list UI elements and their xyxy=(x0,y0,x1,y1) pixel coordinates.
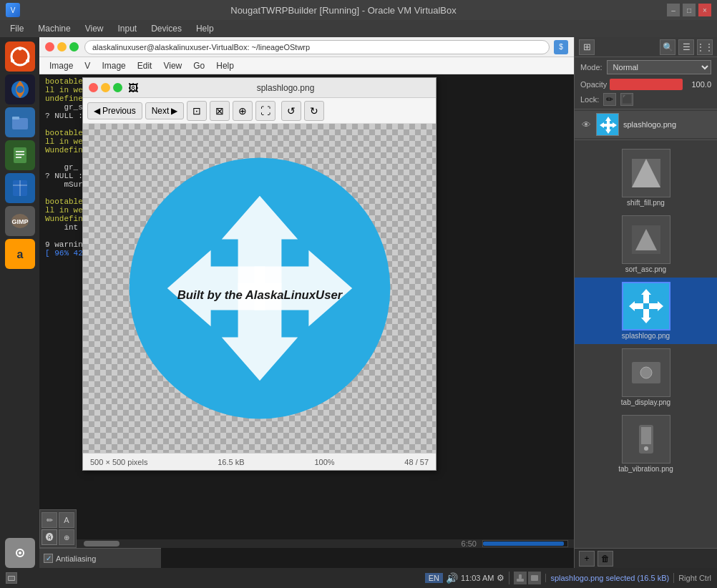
iv-close-btn[interactable] xyxy=(89,83,98,92)
rp-opacity-bar[interactable] xyxy=(610,79,683,90)
vbox-minimize-button[interactable]: – xyxy=(667,4,680,16)
iv-fullscreen-button[interactable]: ⛶ xyxy=(255,101,275,121)
guest-menu-image[interactable]: Image xyxy=(44,59,79,72)
lang-indicator[interactable]: EN xyxy=(425,573,443,583)
iv-zoom-in-button[interactable]: ⊕ xyxy=(233,101,253,121)
iv-max-btn[interactable] xyxy=(113,83,122,92)
vbox-selected-file: splashlogo.png selected (16.5 kB) xyxy=(550,574,669,582)
rp-search-btn[interactable]: 🔍 xyxy=(660,39,675,55)
vbox-menu-file[interactable]: File xyxy=(3,22,31,35)
amazon-dock-icon[interactable]: a xyxy=(5,239,35,269)
settings-icon[interactable]: ⚙ xyxy=(497,573,504,583)
lang-text: EN xyxy=(429,574,439,582)
address-text: alaskalinuxuser@alaskalinuxuser-VirtualB… xyxy=(92,43,310,52)
rp-file-tab-display[interactable]: tab_display.png xyxy=(575,344,717,411)
scroll-position: 6:50 xyxy=(456,539,482,548)
rp-lock-row: Lock: ✏ ⬛ xyxy=(575,92,717,107)
svg-rect-46 xyxy=(9,577,14,580)
rp-grid2-btn[interactable]: ⋮⋮ xyxy=(697,39,713,55)
svg-point-5 xyxy=(16,86,24,93)
vbox-network-icon[interactable] xyxy=(514,572,527,584)
vbox-menu-devices[interactable]: Devices xyxy=(144,22,189,35)
guest-min-btn[interactable] xyxy=(57,42,67,52)
vbox-menu-help[interactable]: Help xyxy=(189,22,221,35)
rp-delete-layer-btn[interactable]: 🗑 xyxy=(598,551,613,567)
iv-filesize: 16.5 kB xyxy=(218,458,244,466)
iv-next-button[interactable]: Next ▶ xyxy=(145,102,185,119)
rp-menu-btn[interactable]: ☰ xyxy=(678,39,694,55)
vbox-window-controls: – □ × xyxy=(667,4,711,16)
vbox-statusbar: EN 🔊 11:03 AM ⚙ splashlogo.png selected … xyxy=(0,568,717,588)
gimp-dock-icon[interactable]: GIMP xyxy=(5,206,35,236)
rp-add-layer-btn[interactable]: + xyxy=(579,551,595,567)
iv-rotate-left-button[interactable]: ↺ xyxy=(281,101,301,121)
iv-prev-arrow-icon: ◀ xyxy=(94,106,100,116)
iv-toolbar: ◀ Previous Next ▶ ⊡ ⊠ ⊕ ⛶ ↺ ↻ xyxy=(83,98,436,124)
settings-dock-icon[interactable] xyxy=(5,538,35,568)
h-scrollbar[interactable]: 6:50 xyxy=(77,539,574,548)
antialiasing-checkbox[interactable]: ✓ xyxy=(44,554,53,563)
rp-file-sort-asc[interactable]: sort_asc.png xyxy=(575,211,717,278)
terminal-icon: $ xyxy=(554,40,568,54)
vbox-title: NougatTWRPBuilder [Running] - Oracle VM … xyxy=(20,5,667,16)
gimp-tools-row1: ✏ A xyxy=(42,512,74,528)
guest-menu-view[interactable]: View xyxy=(157,59,187,72)
rp-file-shift-fill[interactable]: shift_fill.png xyxy=(575,144,717,211)
address-bar[interactable]: alaskalinuxuser@alaskalinuxuser-VirtualB… xyxy=(84,40,550,54)
svg-rect-43 xyxy=(641,427,651,444)
gimp-tool-pencil[interactable]: ✏ xyxy=(42,512,57,528)
guest-menu-edit[interactable]: Edit xyxy=(132,59,158,72)
rp-file-splashlogo[interactable]: splashlogo.png xyxy=(575,278,717,344)
ubuntu-logo-icon[interactable] xyxy=(5,41,35,72)
guest-menu-image2[interactable]: Image xyxy=(96,59,131,72)
svg-point-3 xyxy=(26,59,29,63)
rp-lock-pen-btn[interactable]: ✏ xyxy=(603,93,616,106)
iv-zoom-fit-button[interactable]: ⊡ xyxy=(187,101,207,121)
iv-next-label: Next xyxy=(152,106,170,116)
gimp-tool-text[interactable]: A xyxy=(59,512,74,528)
vbox-menu-view[interactable]: View xyxy=(78,22,111,35)
svg-rect-47 xyxy=(517,579,524,582)
rp-file-tab-vibration[interactable]: tab_vibration.png xyxy=(575,411,717,477)
rp-file-label-tab-display: tab_display.png xyxy=(621,398,670,406)
spreadsheet-dock-icon[interactable] xyxy=(5,173,35,203)
vbox-menu-input[interactable]: Input xyxy=(111,22,145,35)
volume-icon[interactable]: 🔊 xyxy=(446,572,458,584)
iv-min-btn[interactable] xyxy=(101,83,110,92)
guest-close-btn[interactable] xyxy=(45,42,54,52)
svg-point-41 xyxy=(640,367,652,378)
h-scroll-thumb[interactable] xyxy=(84,541,120,547)
vbox-close-button[interactable]: × xyxy=(698,4,711,16)
rp-grid-btn[interactable]: ⊞ xyxy=(579,39,595,55)
gimp-toolbox: ✏ A 🅐 ⊕ xyxy=(39,509,77,548)
guest-header-bar: alaskalinuxuser@alaskalinuxuser-VirtualB… xyxy=(39,37,574,57)
rp-lock-alpha-btn[interactable]: ⬛ xyxy=(620,93,633,106)
rp-layer-row[interactable]: 👁 splashlogo.png xyxy=(575,111,717,138)
guest-menu-help[interactable]: Help xyxy=(210,59,240,72)
vbox-icon: V xyxy=(6,3,20,17)
guest-menubar: Image V Image Edit View Go Help xyxy=(39,57,574,74)
vbox-maximize-button[interactable]: □ xyxy=(683,4,696,16)
guest-max-btn[interactable] xyxy=(69,42,79,52)
vbox-menubar: File Machine View Input Devices Help xyxy=(0,20,717,37)
gimp-tool-zoom[interactable]: ⊕ xyxy=(59,529,74,545)
progress-bar-container xyxy=(482,540,568,547)
vbox-menu-machine[interactable]: Machine xyxy=(31,22,77,35)
firefox-icon[interactable] xyxy=(5,74,35,104)
guest-menu-go[interactable]: Go xyxy=(187,59,210,72)
file-manager-dock-icon[interactable] xyxy=(5,107,35,137)
gimp-tool-bucket[interactable]: 🅐 xyxy=(42,529,57,545)
vbox-storage-icon[interactable] xyxy=(528,572,541,584)
rp-layer-thumb xyxy=(596,113,619,136)
iv-title-area: 🖼 splashlogo.png xyxy=(128,82,430,94)
image-viewer-title: splashlogo.png xyxy=(141,83,430,93)
iv-zoom-orig-button[interactable]: ⊠ xyxy=(210,101,230,121)
iv-controls xyxy=(89,83,122,92)
rp-layer-eye-icon[interactable]: 👁 xyxy=(580,119,592,130)
iv-prev-button[interactable]: ◀ Previous xyxy=(87,102,142,119)
guest-menu-v[interactable]: V xyxy=(79,59,96,72)
text-editor-dock-icon[interactable] xyxy=(5,140,35,170)
rp-file-thumb-sort-asc xyxy=(622,215,670,264)
rp-mode-select[interactable]: Normal xyxy=(607,60,711,74)
iv-rotate-right-button[interactable]: ↻ xyxy=(304,101,324,121)
